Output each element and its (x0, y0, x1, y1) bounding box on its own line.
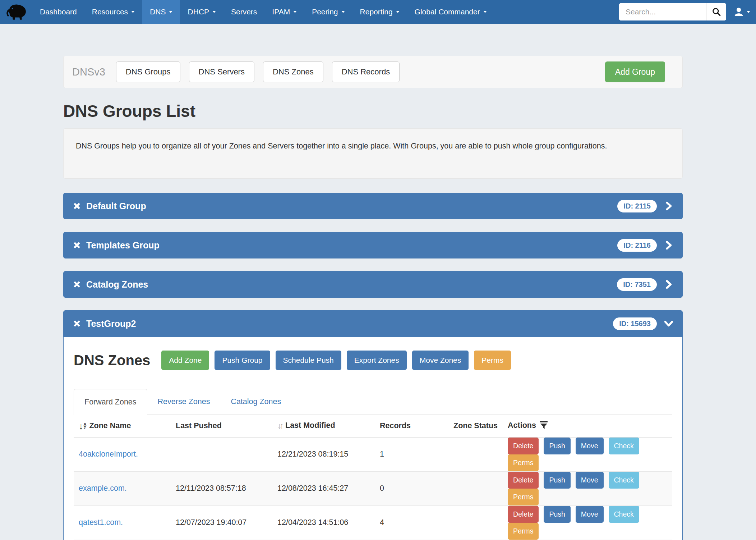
perms-button[interactable]: Perms (508, 523, 539, 540)
app-logo-link[interactable] (0, 0, 32, 24)
schedule-push-button[interactable]: Schedule Push (276, 351, 341, 370)
actions-cell: Delete Push Move Check Perms (503, 471, 672, 505)
table-row: example.com. 12/11/2023 08:57:18 12/08/2… (74, 471, 672, 505)
navbar-right (619, 0, 756, 24)
check-button[interactable]: Check (609, 438, 639, 454)
records-cell: 4 (375, 505, 448, 540)
group-name: Catalog Zones (86, 279, 148, 290)
caret-down-icon (169, 11, 172, 13)
nav-item-label: Resources (92, 8, 128, 16)
perms-button[interactable]: Perms (508, 454, 539, 471)
push-button[interactable]: Push (544, 506, 570, 523)
caret-down-icon (131, 11, 135, 13)
dns-records-button[interactable]: DNS Records (332, 61, 400, 82)
zone-name-link[interactable]: example.com. (79, 484, 127, 493)
user-menu[interactable] (734, 7, 750, 17)
last-pushed-cell: 12/07/2023 19:40:07 (171, 505, 272, 540)
zone-status-cell (448, 505, 503, 540)
group-id-badge: ID: 2115 (617, 200, 657, 212)
tab-forward-zones[interactable]: Forward Zones (74, 389, 147, 415)
nav-item-servers[interactable]: Servers (223, 0, 264, 24)
chevron-right-icon[interactable] (664, 280, 673, 289)
add-group-button[interactable]: Add Group (605, 61, 665, 82)
column-header-last-pushed: Last Pushed (171, 415, 272, 437)
nav-item-label: Dashboard (40, 8, 77, 16)
group-id-badge: ID: 2116 (617, 239, 657, 252)
dns-servers-button[interactable]: DNS Servers (189, 61, 254, 82)
nav-item-dhcp[interactable]: DHCP (180, 0, 223, 24)
perms-button[interactable]: Perms (508, 489, 539, 505)
caret-down-icon (747, 11, 750, 13)
tab-catalog-zones[interactable]: Catalog Zones (220, 389, 291, 415)
nav-item-dashboard[interactable]: Dashboard (32, 0, 84, 24)
delete-button[interactable]: Delete (508, 472, 539, 489)
group-id-badge: ID: 7351 (617, 278, 657, 291)
nav-item-dns[interactable]: DNS (142, 0, 180, 24)
last-modified-cell: 12/21/2023 08:19:15 (272, 437, 375, 471)
column-header-zone-name[interactable]: ↓AZZone Name (74, 415, 171, 437)
caret-down-icon (212, 11, 216, 13)
table-row: qatest1.com. 12/07/2023 19:40:07 12/04/2… (74, 505, 672, 540)
nav-item-resources[interactable]: Resources (84, 0, 142, 24)
group-bar-testgroup2[interactable]: TestGroup2 ID: 15693 (63, 310, 683, 337)
column-header-last-modified[interactable]: ↓↑Last Modified (272, 415, 375, 437)
nav-item-global-commander[interactable]: Global Commander (407, 0, 494, 24)
zone-name-link[interactable]: 4oakcloneImport. (79, 450, 138, 458)
remove-group-icon[interactable] (73, 319, 81, 328)
zones-tabs: Forward Zones Reverse Zones Catalog Zone… (74, 389, 672, 415)
perms-button[interactable]: Perms (474, 351, 511, 370)
filter-icon[interactable] (540, 421, 548, 431)
remove-group-icon[interactable] (73, 280, 81, 289)
group-bar-templates-group[interactable]: Templates Group ID: 2116 (63, 232, 683, 258)
column-header-zone-status: Zone Status (448, 415, 503, 437)
remove-group-icon[interactable] (73, 202, 81, 210)
zones-table: ↓AZZone Name Last Pushed ↓↑Last Modified… (74, 415, 672, 540)
zone-status-cell (448, 471, 503, 505)
nav-item-label: Reporting (360, 8, 393, 16)
page-title: DNS Groups List (63, 102, 683, 120)
caret-down-icon (483, 11, 487, 13)
group-bar-default-group[interactable]: Default Group ID: 2115 (63, 193, 683, 219)
group-name: TestGroup2 (86, 319, 136, 329)
push-button[interactable]: Push (544, 472, 570, 489)
nav-item-peering[interactable]: Peering (304, 0, 352, 24)
mammoth-logo-icon (4, 2, 28, 22)
chevron-right-icon[interactable] (664, 201, 673, 211)
check-button[interactable]: Check (609, 506, 639, 523)
group-name: Default Group (86, 201, 146, 211)
nav-item-reporting[interactable]: Reporting (352, 0, 407, 24)
delete-button[interactable]: Delete (508, 438, 539, 454)
sort-icon: ↓↑ (277, 421, 284, 430)
tab-reverse-zones[interactable]: Reverse Zones (147, 389, 221, 415)
zones-title: DNS Zones (74, 352, 150, 369)
dns-zones-button[interactable]: DNS Zones (263, 61, 323, 82)
add-zone-button[interactable]: Add Zone (161, 351, 209, 370)
move-zones-button[interactable]: Move Zones (412, 351, 469, 370)
chevron-down-icon[interactable] (664, 319, 673, 328)
nav-item-label: DHCP (188, 8, 209, 16)
zones-header: DNS Zones Add Zone Push Group Schedule P… (74, 351, 672, 370)
nav-item-label: DNS (150, 8, 166, 16)
push-group-button[interactable]: Push Group (215, 351, 270, 370)
remove-group-icon[interactable] (73, 241, 81, 250)
push-button[interactable]: Push (544, 438, 570, 454)
table-header-row: ↓AZZone Name Last Pushed ↓↑Last Modified… (74, 415, 672, 437)
column-header-records: Records (375, 415, 448, 437)
check-button[interactable]: Check (609, 472, 639, 489)
export-zones-button[interactable]: Export Zones (347, 351, 407, 370)
testgroup2-panel: DNS Zones Add Zone Push Group Schedule P… (63, 337, 683, 540)
actions-cell: Delete Push Move Check Perms (503, 437, 672, 471)
module-label: DNSv3 (72, 66, 105, 78)
zone-name-link[interactable]: qatest1.com. (79, 518, 123, 527)
nav-item-ipam[interactable]: IPAM (264, 0, 304, 24)
search-input[interactable] (619, 3, 706, 20)
move-button[interactable]: Move (576, 506, 604, 523)
search-button[interactable] (706, 3, 726, 20)
group-bar-catalog-zones[interactable]: Catalog Zones ID: 7351 (63, 271, 683, 298)
chevron-right-icon[interactable] (664, 241, 673, 250)
move-button[interactable]: Move (576, 472, 604, 489)
dns-groups-button[interactable]: DNS Groups (116, 61, 180, 82)
move-button[interactable]: Move (576, 438, 604, 454)
top-navbar: Dashboard Resources DNS DHCP Servers IPA… (0, 0, 756, 24)
delete-button[interactable]: Delete (508, 506, 539, 523)
